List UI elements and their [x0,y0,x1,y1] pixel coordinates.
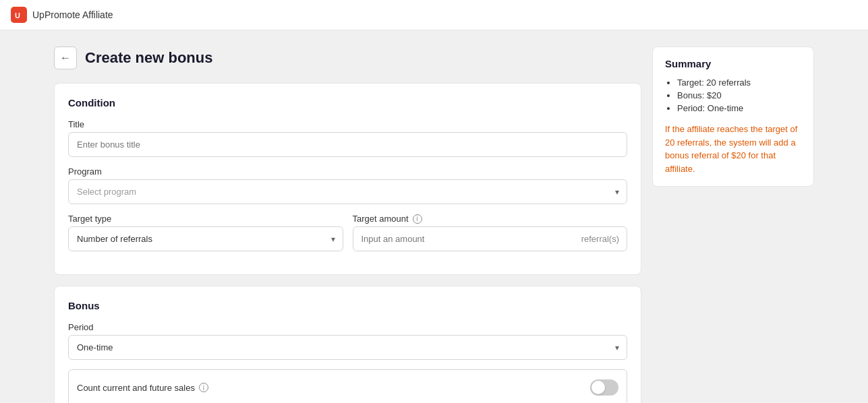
period-select-wrapper: One-time ▾ [68,335,627,360]
target-amount-field-group: Target amount i referral(s) [353,214,628,251]
count-sales-label-row: Count current and future sales i [77,383,208,393]
topbar: U UpPromote Affiliate [0,0,868,30]
period-field-group: Period One-time ▾ [68,322,627,360]
bonus-title: Bonus [68,300,627,311]
summary-list: Target: 20 referrals Bonus: $20 Period: … [665,78,801,113]
program-select[interactable]: Select program [68,179,627,204]
main-layout: ← Create new bonus Condition Title Progr… [0,30,868,403]
summary-description: If the affiliate reaches the target of 2… [665,123,801,175]
period-select[interactable]: One-time [68,335,627,360]
app-title: UpPromote Affiliate [32,9,113,20]
count-sales-label: Count current and future sales [77,383,195,393]
svg-text:U: U [15,11,20,20]
target-amount-label: Target amount [353,214,409,224]
summary-panel: Summary Target: 20 referrals Bonus: $20 … [652,46,814,403]
content-area: ← Create new bonus Condition Title Progr… [54,46,641,403]
summary-item-2: Period: One-time [677,103,801,113]
summary-item-0: Target: 20 referrals [677,78,801,88]
target-type-select-wrapper: Number of referrals ▾ [68,226,343,251]
target-type-field-group: Target type Number of referrals ▾ [68,214,343,251]
target-type-label: Target type [68,214,343,224]
bonus-card: Bonus Period One-time ▾ Count current an… [54,286,641,403]
summary-item-1: Bonus: $20 [677,90,801,100]
period-label: Period [68,322,627,332]
count-sales-toggle[interactable] [590,379,618,396]
target-amount-info-icon[interactable]: i [413,214,422,224]
count-sales-toggle-row: Count current and future sales i [68,369,627,403]
program-label: Program [68,166,627,177]
program-field-group: Program Select program ▾ [68,166,627,204]
page-header: ← Create new bonus [54,46,641,69]
target-amount-label-row: Target amount i [353,214,628,224]
target-amount-input[interactable] [353,226,628,251]
count-sales-info-icon[interactable]: i [199,383,208,392]
app-logo: U [11,7,27,23]
summary-title: Summary [665,58,801,69]
back-button[interactable]: ← [54,46,77,69]
target-amount-input-wrapper: referral(s) [353,226,628,251]
program-select-wrapper: Select program ▾ [68,179,627,204]
target-type-select[interactable]: Number of referrals [68,226,343,251]
condition-card: Condition Title Program Select program ▾ [54,83,641,275]
title-field-group: Title [68,119,627,157]
target-row: Target type Number of referrals ▾ Target… [68,214,627,261]
page-title: Create new bonus [85,49,212,67]
summary-card: Summary Target: 20 referrals Bonus: $20 … [652,46,814,187]
condition-title: Condition [68,97,627,108]
title-input[interactable] [68,132,627,157]
title-label: Title [68,119,627,129]
